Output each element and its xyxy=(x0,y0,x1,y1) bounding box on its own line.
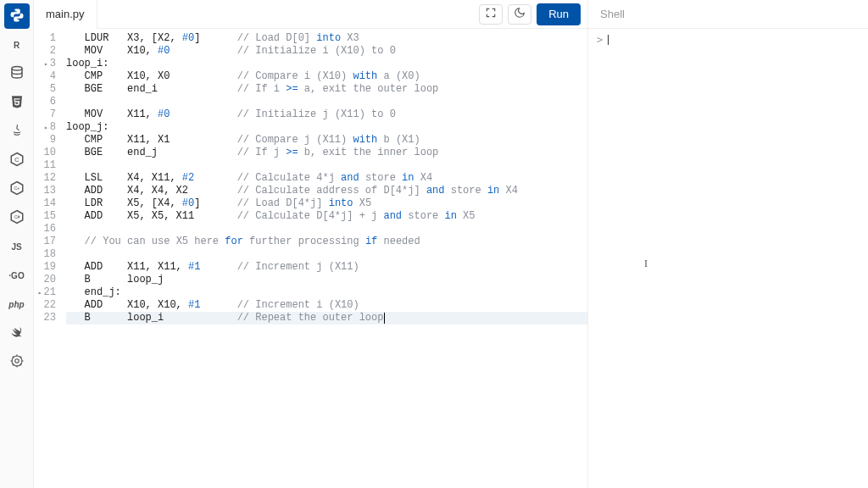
fullscreen-icon xyxy=(485,7,497,21)
python-icon xyxy=(9,8,25,25)
rust-icon xyxy=(9,353,25,370)
app-root: R C C+ C# xyxy=(0,0,868,488)
code-line[interactable]: ADD X5, X5, X11 // Calculate D[4*j] + j … xyxy=(66,210,587,223)
sidebar-item-html[interactable] xyxy=(4,90,30,115)
code-line[interactable] xyxy=(66,159,587,172)
shell-cursor xyxy=(608,35,609,45)
java-icon xyxy=(9,123,25,140)
line-number: 6 xyxy=(34,96,56,108)
line-number: 19 xyxy=(34,261,56,274)
line-number: 5 xyxy=(34,83,56,96)
code-line[interactable]: ADD X10, X10, #1 // Increment i (X10) xyxy=(66,299,587,312)
tab-main-py[interactable]: main.py xyxy=(34,0,97,29)
shell-body[interactable]: > I xyxy=(588,29,868,488)
code-line[interactable]: loop_i: xyxy=(66,58,587,70)
code-line[interactable] xyxy=(66,248,587,261)
code-line[interactable]: B loop_j xyxy=(66,274,587,286)
sidebar-item-r[interactable]: R xyxy=(4,32,30,58)
code-line[interactable]: CMP X11, X1 // Compare j (X11) with b (X… xyxy=(66,134,587,147)
code-line[interactable]: BGE end_j // If j >= b, exit the inner l… xyxy=(66,147,587,159)
svg-text:C: C xyxy=(14,156,19,164)
sidebar-item-swift[interactable] xyxy=(4,320,30,346)
fullscreen-button[interactable] xyxy=(479,4,503,25)
sidebar-item-db[interactable] xyxy=(4,61,30,86)
line-number: 2 xyxy=(34,45,56,58)
html5-icon xyxy=(9,94,25,111)
shell-title: Shell xyxy=(588,0,868,29)
php-icon: php xyxy=(8,300,24,309)
run-button[interactable]: Run xyxy=(537,3,581,25)
line-number: 3 xyxy=(34,58,56,70)
line-number: 17 xyxy=(34,236,56,248)
line-number: 16 xyxy=(34,223,56,236)
line-number: 12 xyxy=(34,172,56,185)
line-number: 11 xyxy=(34,159,56,172)
shell-prompt-symbol: > xyxy=(597,34,603,46)
code-line[interactable]: BGE end_i // If i >= a, exit the outer l… xyxy=(66,83,587,96)
shell-prompt-line: > xyxy=(597,34,860,46)
code-line[interactable]: MOV X11, #0 // Initialize j (X11) to 0 xyxy=(66,108,587,121)
line-number: 14 xyxy=(34,197,56,210)
code-line[interactable]: ADD X11, X11, #1 // Increment j (X11) xyxy=(66,261,587,274)
code-line[interactable] xyxy=(66,96,587,108)
code-line[interactable]: LDUR X3, [X2, #0] // Load D[0] into X3 xyxy=(66,32,587,45)
line-number: 13 xyxy=(34,185,56,197)
line-number: 1 xyxy=(34,32,56,45)
line-gutter: 1234567891011121314151617181920212223 xyxy=(34,29,61,488)
svg-point-0 xyxy=(12,67,22,71)
svg-text:C#: C# xyxy=(14,214,19,219)
tab-bar: main.py Run xyxy=(34,0,587,29)
sidebar-item-php[interactable]: php xyxy=(4,291,30,317)
code-line[interactable]: LSL X4, X11, #2 // Calculate 4*j and sto… xyxy=(66,172,587,185)
c-icon: C xyxy=(9,152,25,169)
code-line[interactable]: ADD X4, X4, X2 // Calculate address of D… xyxy=(66,185,587,197)
code-line[interactable]: B loop_i // Repeat the outer loop xyxy=(66,312,587,324)
line-number: 9 xyxy=(34,134,56,147)
svg-text:C+: C+ xyxy=(14,186,19,191)
swift-icon xyxy=(9,324,25,341)
code-line[interactable]: MOV X10, #0 // Initialize i (X10) to 0 xyxy=(66,45,587,58)
text-cursor-indicator: I xyxy=(644,258,648,270)
line-number: 18 xyxy=(34,248,56,261)
line-number: 4 xyxy=(34,70,56,83)
editor-pane: main.py Run 1234567891011121314151617181… xyxy=(34,0,588,488)
line-number: 20 xyxy=(34,274,56,286)
line-number: 10 xyxy=(34,147,56,159)
database-icon xyxy=(9,65,25,82)
theme-button[interactable] xyxy=(508,4,531,25)
sidebar-item-rust[interactable] xyxy=(4,349,30,374)
code-line[interactable]: // You can use X5 here for further proce… xyxy=(66,236,587,248)
svg-point-8 xyxy=(14,359,19,363)
sidebar-item-python[interactable] xyxy=(4,3,30,29)
line-number: 21 xyxy=(34,286,56,299)
code-area[interactable]: LDUR X3, [X2, #0] // Load D[0] into X3 M… xyxy=(61,29,587,488)
code-line[interactable]: end_j: xyxy=(66,286,587,299)
sidebar-item-c[interactable]: C xyxy=(4,147,30,173)
language-sidebar: R C C+ C# xyxy=(0,0,34,488)
js-icon: JS xyxy=(11,242,21,252)
line-number: 15 xyxy=(34,210,56,223)
shell-pane: Shell > I xyxy=(588,0,868,488)
code-line[interactable]: CMP X10, X0 // Compare i (X10) with a (X… xyxy=(66,70,587,83)
line-number: 7 xyxy=(34,108,56,121)
line-number: 23 xyxy=(34,312,56,324)
code-line[interactable]: LDR X5, [X4, #0] // Load D[4*j] into X5 xyxy=(66,197,587,210)
code-line[interactable] xyxy=(66,223,587,236)
sidebar-item-java[interactable] xyxy=(4,119,30,144)
moon-icon xyxy=(514,7,526,21)
r-icon: R xyxy=(14,41,19,50)
sidebar-item-cpp[interactable]: C+ xyxy=(4,176,30,202)
code-editor[interactable]: 1234567891011121314151617181920212223 LD… xyxy=(34,29,587,488)
sidebar-item-csharp[interactable]: C# xyxy=(4,205,30,230)
code-line[interactable]: loop_j: xyxy=(66,121,587,134)
go-icon: ·GO xyxy=(8,271,24,280)
sidebar-item-js[interactable]: JS xyxy=(4,234,30,259)
sidebar-item-go[interactable]: ·GO xyxy=(4,263,30,288)
csharp-icon: C# xyxy=(9,209,25,226)
cpp-icon: C+ xyxy=(9,180,25,197)
line-number: 22 xyxy=(34,299,56,312)
line-number: 8 xyxy=(34,121,56,134)
